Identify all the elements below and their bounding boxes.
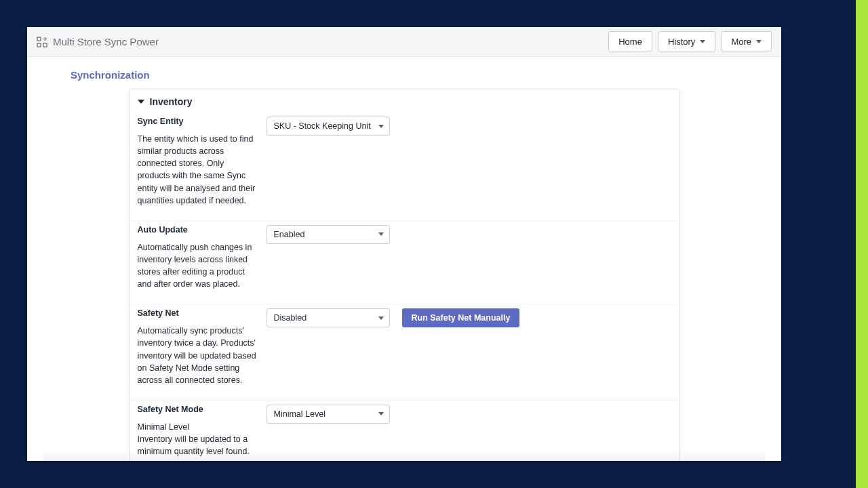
chevron-down-icon [138,100,144,104]
top-bar: Multi Store Sync Power Home History More [27,27,781,57]
run-safety-net-button-label: Run Safety Net Manually [412,313,511,323]
app-logo: Multi Store Sync Power [37,36,159,47]
chevron-down-icon [378,232,384,236]
safety-net-desc: Automatically sync products' inventory t… [138,325,258,386]
inventory-panel-header[interactable]: Inventory [130,89,679,113]
sync-entity-desc: The entity which is used to find similar… [138,133,258,207]
home-button-label: Home [618,37,642,47]
outer-background: Multi Store Sync Power Home History More… [0,0,868,488]
row-safety-net-mode: Safety Net Mode Minimal Level Inventory … [130,401,679,461]
safety-net-label: Safety Net [138,308,258,318]
sync-entity-value: SKU - Stock Keeping Unit [274,121,371,131]
app-grid-icon [37,37,47,47]
decorative-green-stripe [856,0,868,488]
chevron-down-icon [378,317,384,320]
svg-rect-0 [37,37,41,41]
sync-entity-label: Sync Entity [138,117,258,126]
chevron-down-icon [378,125,384,128]
safety-net-mode-desc1-title: Minimal Level [138,422,189,432]
auto-update-value: Enabled [274,230,305,239]
chevron-down-icon [378,412,384,415]
sync-entity-select[interactable]: SKU - Stock Keeping Unit [267,117,390,136]
app-window: Multi Store Sync Power Home History More… [27,27,781,461]
more-button-label: More [731,37,751,47]
more-button[interactable]: More [721,31,772,52]
row-auto-update: Auto Update Automatically push changes i… [130,221,679,305]
svg-rect-2 [43,43,47,47]
row-safety-net: Safety Net Automatically sync products' … [130,304,679,401]
safety-net-mode-desc1: Minimal Level Inventory will be updated … [138,421,258,458]
inventory-panel-title: Inventory [150,96,193,107]
home-button[interactable]: Home [608,31,652,52]
safety-net-mode-select[interactable]: Minimal Level [267,405,390,424]
safety-net-value: Disabled [274,313,307,323]
svg-rect-1 [37,43,41,47]
auto-update-label: Auto Update [138,225,258,235]
page-title: Synchronization [71,69,781,81]
chevron-down-icon [700,40,705,43]
chevron-down-icon [756,40,762,43]
history-button-label: History [668,37,695,47]
run-safety-net-button[interactable]: Run Safety Net Manually [402,308,520,327]
row-sync-entity: Sync Entity The entity which is used to … [130,113,679,221]
content-area: Synchronization Inventory Sync Entity Th… [27,57,781,461]
history-button[interactable]: History [658,31,715,52]
safety-net-mode-value: Minimal Level [274,409,326,419]
auto-update-desc: Automatically push changes in inventory … [138,241,258,291]
app-name-text: Multi Store Sync Power [53,36,159,47]
safety-net-mode-desc1-body: Inventory will be updated to a minimum q… [138,434,250,456]
safety-net-select[interactable]: Disabled [267,308,390,327]
inventory-panel: Inventory Sync Entity The entity which i… [129,89,680,461]
safety-net-mode-label: Safety Net Mode [138,405,258,414]
auto-update-select[interactable]: Enabled [267,225,390,244]
